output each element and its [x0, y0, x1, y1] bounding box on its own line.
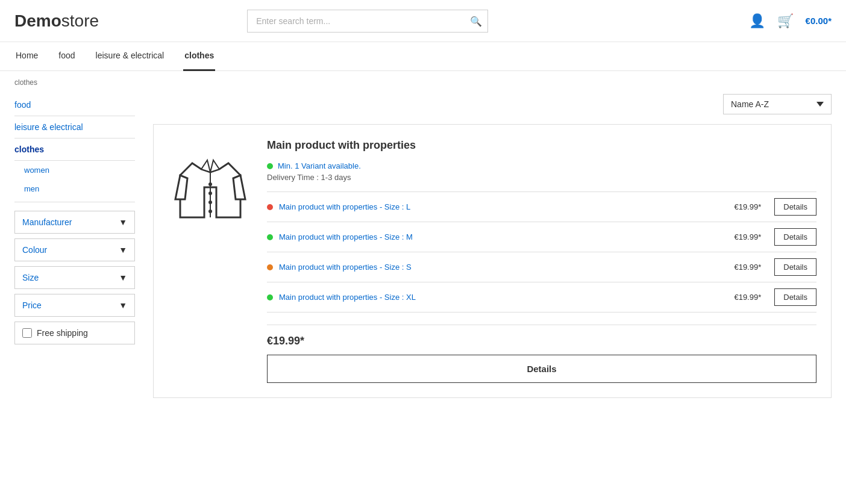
- sidebar-item-women[interactable]: women: [14, 161, 135, 179]
- variant-row: Main product with properties - Size : L …: [267, 192, 816, 222]
- sidebar-item-leisure[interactable]: leisure & electrical: [14, 116, 135, 138]
- main-nav: Home food leisure & electrical clothes: [0, 42, 846, 71]
- svg-point-1: [208, 182, 212, 186]
- variant-name: Main product with properties - Size : S: [279, 263, 728, 272]
- logo-bold: Demo: [14, 11, 61, 30]
- variant-row: Main product with properties - Size : M …: [267, 222, 816, 252]
- product-info: Main product with properties Min. 1 Vari…: [267, 139, 816, 383]
- free-shipping-checkbox[interactable]: [22, 328, 32, 338]
- product-top: Main product with properties Min. 1 Vari…: [168, 139, 816, 383]
- filter-size[interactable]: Size ▼: [14, 266, 135, 289]
- variant-dot: [267, 264, 273, 270]
- cart-icon[interactable]: 🛒: [777, 13, 794, 29]
- free-shipping-label: Free shipping: [37, 328, 88, 338]
- product-price: €19.99*: [267, 335, 816, 347]
- sidebar-item-clothes[interactable]: clothes: [14, 138, 135, 161]
- status-dot: [267, 163, 273, 169]
- product-status: Min. 1 Variant available.: [267, 161, 816, 170]
- chevron-down-icon: ▼: [119, 217, 127, 227]
- filter-price[interactable]: Price ▼: [14, 294, 135, 317]
- variant-details-button-m[interactable]: Details: [774, 228, 816, 246]
- filter-manufacturer-label: Manufacturer: [22, 217, 72, 227]
- header-right: 👤 🛒 €0.00*: [749, 13, 832, 29]
- sort-bar: Name A-Z Name Z-A Price ASC Price DESC: [153, 94, 832, 114]
- nav-item-leisure[interactable]: leisure & electrical: [95, 42, 166, 71]
- variant-details-button-l[interactable]: Details: [774, 198, 816, 216]
- variant-name: Main product with properties - Size : L: [279, 202, 728, 211]
- search-button[interactable]: 🔍: [470, 15, 482, 26]
- nav-item-clothes[interactable]: clothes: [183, 42, 215, 71]
- products-area: Name A-Z Name Z-A Price ASC Price DESC: [153, 94, 832, 398]
- free-shipping-filter[interactable]: Free shipping: [14, 322, 135, 344]
- product-footer: €19.99* Details: [267, 325, 816, 383]
- filter-size-label: Size: [22, 273, 39, 282]
- svg-point-2: [208, 191, 212, 195]
- variant-price: €19.99*: [734, 263, 761, 272]
- header: Demostore 🔍 👤 🛒 €0.00*: [0, 0, 846, 42]
- search-icon: 🔍: [470, 16, 482, 26]
- product-image: [168, 139, 252, 223]
- logo-light: store: [61, 11, 99, 30]
- variant-name: Main product with properties - Size : XL: [279, 293, 728, 302]
- filter-colour[interactable]: Colour ▼: [14, 238, 135, 261]
- status-text: Min. 1 Variant available.: [278, 161, 361, 170]
- search-input[interactable]: [247, 10, 488, 33]
- svg-point-4: [208, 210, 212, 213]
- variant-list: Main product with properties - Size : L …: [267, 191, 816, 313]
- sidebar-item-food[interactable]: food: [14, 94, 135, 116]
- variant-price: €19.99*: [734, 202, 761, 211]
- product-card: Main product with properties Min. 1 Vari…: [153, 124, 832, 398]
- delivery-text: Delivery Time : 1-3 days: [267, 173, 816, 182]
- variant-details-button-s[interactable]: Details: [774, 258, 816, 276]
- cart-price[interactable]: €0.00*: [806, 16, 832, 26]
- variant-price: €19.99*: [734, 232, 761, 241]
- breadcrumb: clothes: [0, 71, 846, 94]
- main-content: food leisure & electrical clothes women …: [0, 94, 846, 422]
- filter-manufacturer[interactable]: Manufacturer ▼: [14, 211, 135, 234]
- variant-dot: [267, 204, 273, 210]
- nav-item-home[interactable]: Home: [14, 42, 39, 71]
- product-title: Main product with properties: [267, 139, 816, 152]
- variant-details-button-xl[interactable]: Details: [774, 288, 816, 306]
- product-jacket-svg: [174, 139, 246, 223]
- search-bar: 🔍: [247, 10, 488, 33]
- filter-group: Manufacturer ▼ Colour ▼ Size ▼ Price ▼ F…: [14, 211, 135, 344]
- chevron-down-icon: ▼: [119, 300, 127, 310]
- chevron-down-icon: ▼: [119, 245, 127, 255]
- variant-row: Main product with properties - Size : XL…: [267, 282, 816, 313]
- filter-price-label: Price: [22, 300, 42, 310]
- user-icon[interactable]: 👤: [749, 13, 765, 29]
- svg-point-3: [208, 201, 212, 204]
- product-details-button[interactable]: Details: [267, 355, 816, 383]
- variant-row: Main product with properties - Size : S …: [267, 252, 816, 282]
- chevron-down-icon: ▼: [119, 273, 127, 282]
- variant-dot: [267, 234, 273, 240]
- sidebar: food leisure & electrical clothes women …: [14, 94, 135, 398]
- breadcrumb-text: clothes: [14, 78, 37, 87]
- variant-dot: [267, 294, 273, 300]
- filter-colour-label: Colour: [22, 245, 47, 255]
- variant-price: €19.99*: [734, 293, 761, 302]
- sort-select[interactable]: Name A-Z Name Z-A Price ASC Price DESC: [723, 94, 832, 114]
- sidebar-item-men[interactable]: men: [14, 179, 135, 198]
- nav-item-food[interactable]: food: [57, 42, 76, 71]
- variant-name: Main product with properties - Size : M: [279, 232, 728, 241]
- sidebar-subcategories: women men: [14, 161, 135, 202]
- logo[interactable]: Demostore: [14, 11, 99, 31]
